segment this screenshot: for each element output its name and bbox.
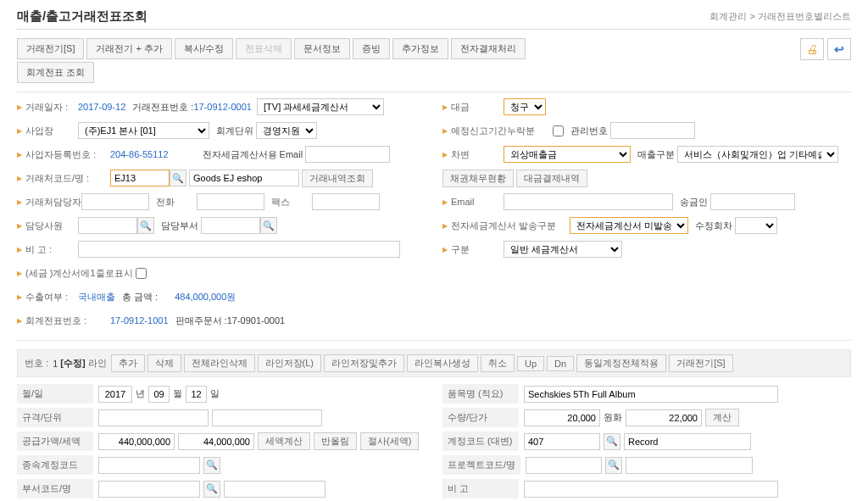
inp-세액[interactable] [178, 433, 254, 450]
btn-취소[interactable]: 취소 [481, 354, 515, 372]
btn-세액계산[interactable]: 세액계산 [258, 432, 310, 450]
btn-거래내역조회[interactable]: 거래내역조회 [302, 170, 373, 187]
lbl-회계전표번호: ▶회계전표번호 : [17, 315, 110, 327]
inp-공급가액[interactable] [98, 433, 175, 450]
inp-단위[interactable] [212, 409, 322, 426]
tb-btn-복사수정[interactable]: 복사/수정 [175, 38, 233, 59]
search-icon-담당사원[interactable]: 🔍 [137, 217, 154, 234]
inp-프로젝트코드[interactable] [526, 457, 602, 474]
sel-전자발송[interactable]: 전자세금계산서 미발송 [570, 217, 688, 234]
tb-btn-회계전표조회[interactable]: 회계전표 조회 [17, 62, 94, 83]
inp-담당부서[interactable] [201, 217, 260, 234]
inp-송금인[interactable] [710, 193, 795, 210]
btn-라인저장및추가[interactable]: 라인저장및추가 [324, 354, 404, 372]
sel-수정회차[interactable] [735, 217, 777, 234]
search-icon-담당부서[interactable]: 🔍 [260, 217, 277, 234]
btn-추가[interactable]: 추가 [111, 354, 145, 372]
tb-btn-거래전기[interactable]: 거래전기[S] [17, 38, 84, 59]
inp-품목명[interactable] [524, 386, 778, 403]
btn-반올림[interactable]: 반올림 [314, 432, 357, 450]
section-bar: 번호 : 1 [수정] 라인 추가 삭제 전체라인삭제 라인저장(L) 라인저장… [17, 349, 851, 377]
back-icon[interactable]: ↩ [827, 38, 851, 60]
inp-거래처담당자[interactable] [81, 193, 149, 210]
inp-계정명[interactable] [624, 433, 751, 450]
search-icon-거래처[interactable]: 🔍 [170, 170, 186, 186]
search-icon-계정[interactable]: 🔍 [604, 433, 620, 450]
tb-btn-문서정보[interactable]: 문서정보 [294, 38, 350, 59]
btn-up[interactable]: Up [517, 356, 544, 371]
toolbar-row-2: 회계전표 조회 [17, 62, 526, 83]
inp-수량[interactable] [524, 409, 600, 426]
inp-종속계정코드[interactable] [98, 457, 200, 474]
val-판매주문서: 17-0901-0001 [227, 315, 286, 326]
btn-거래전기s[interactable]: 거래전기[S] [669, 354, 732, 372]
toolbar-row-1: 거래전기[S] 거래전기 + 추가 복사/수정 전표삭제 문서정보 증빙 추가정… [17, 38, 526, 59]
print-icon[interactable]: 🖨 [800, 38, 824, 60]
dlbl-계정코드: 계정코드 (대변) [442, 431, 519, 451]
sel-구분[interactable]: 일반 세금계산서 [504, 241, 622, 258]
inp-부서코드[interactable] [98, 481, 200, 498]
lbl-전자세금email: 전자세금계산서용 Email [203, 148, 303, 161]
dlbl-부서코드명: 부서코드/명 [17, 479, 93, 498]
breadcrumb: 회계관리 > 거래전표번호별리스트 [709, 10, 851, 23]
btn-dn[interactable]: Dn [547, 356, 574, 371]
search-icon-프로젝트[interactable]: 🔍 [605, 457, 622, 474]
lbl-사업장: ▶사업장 [17, 125, 78, 137]
inp-비고2[interactable] [524, 481, 778, 498]
inp-전자세금email[interactable] [305, 146, 390, 163]
btn-전체라인삭제[interactable]: 전체라인삭제 [184, 354, 255, 372]
lbl-월: 월 [173, 387, 182, 400]
lbl-번호: 번호 : [25, 357, 48, 370]
inp-년[interactable] [98, 386, 132, 403]
lbl-예정신고기간누락분: ▶예정신고기간누락분 [442, 125, 553, 137]
inp-규격[interactable] [98, 409, 209, 426]
inp-비고[interactable] [78, 241, 400, 258]
tb-btn-추가정보[interactable]: 추가정보 [392, 38, 448, 59]
sel-대금[interactable]: 청구 [504, 98, 546, 115]
btn-채권채무현황[interactable]: 채권채무현황 [442, 170, 514, 187]
sel-차변[interactable]: 외상매출금 [504, 146, 631, 163]
lbl-email: ▶Email [442, 197, 504, 207]
dlbl-비고2: 비 고 [442, 479, 519, 498]
inp-전화[interactable] [197, 193, 264, 210]
inp-단가[interactable] [626, 409, 702, 426]
val-총금액: 484,000,000원 [175, 291, 236, 303]
lbl-관리번호: 관리번호 [570, 125, 608, 137]
dlbl-품목명: 품목명 (적요) [442, 384, 519, 404]
search-icon-종속계정[interactable]: 🔍 [203, 457, 220, 474]
inp-팩스[interactable] [312, 193, 380, 210]
btn-라인저장[interactable]: 라인저장(L) [258, 354, 321, 372]
btn-라인복사생성[interactable]: 라인복사생성 [407, 354, 478, 372]
sel-회계단위[interactable]: 경영지원 [256, 122, 317, 139]
inp-email[interactable] [504, 193, 673, 210]
inp-거래처명[interactable] [189, 170, 299, 186]
chk-예정신고[interactable] [553, 125, 564, 136]
sel-매출구분[interactable]: 서비스（사회및개인）업 기타예술 [677, 146, 838, 163]
btn-대금결제내역[interactable]: 대금결제내역 [516, 170, 587, 187]
lbl-거래처코드명: ▶거래처코드/명 : [17, 172, 110, 185]
inp-관리번호[interactable] [610, 122, 695, 139]
inp-계정코드[interactable] [524, 433, 600, 450]
sel-사업장[interactable]: (주)EJ1 본사 [01] [78, 122, 209, 139]
lbl-원화: 원화 [604, 411, 622, 424]
inp-일[interactable] [186, 386, 207, 403]
tb-btn-전자결재처리[interactable]: 전자결재처리 [451, 38, 526, 59]
inp-담당사원[interactable] [78, 217, 137, 234]
btn-절사[interactable]: 절사(세액) [360, 432, 419, 450]
lbl-수정: [수정] [60, 357, 85, 370]
btn-삭제[interactable]: 삭제 [147, 354, 181, 372]
lbl-차변: ▶차변 [442, 148, 504, 161]
inp-거래처코드[interactable] [110, 170, 170, 186]
tb-btn-거래전기추가[interactable]: 거래전기 + 추가 [86, 38, 172, 59]
inp-프로젝트명[interactable] [626, 457, 753, 474]
inp-월[interactable] [148, 386, 170, 403]
chk-세금계산서표시[interactable] [136, 268, 147, 279]
inp-부서명[interactable] [224, 481, 326, 498]
btn-동일계정전체적용[interactable]: 동일계정전체적용 [576, 354, 666, 372]
tb-btn-증빙[interactable]: 증빙 [353, 38, 390, 59]
lbl-비고: ▶비 고 : [17, 243, 78, 256]
btn-계산[interactable]: 계산 [705, 409, 739, 426]
lbl-송금인: 송금인 [680, 196, 708, 209]
search-icon-부서[interactable]: 🔍 [203, 481, 220, 498]
sel-doctype[interactable]: [TV] 과세세금계산서 [257, 98, 384, 115]
